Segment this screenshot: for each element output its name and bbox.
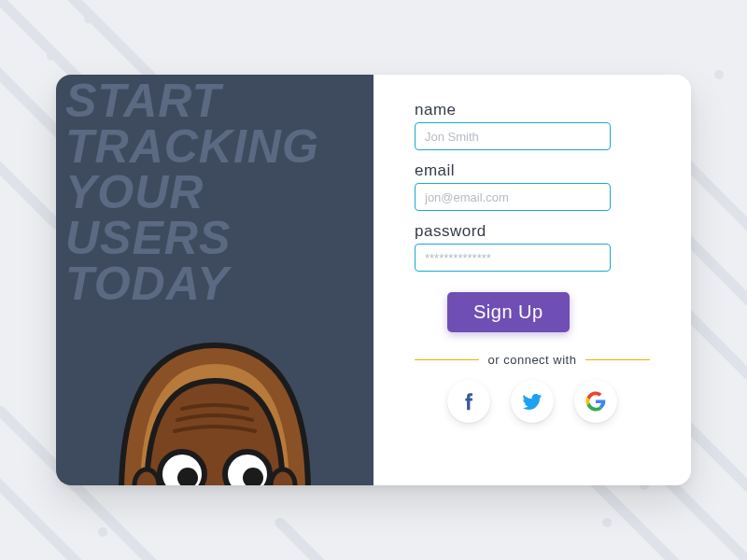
hero-panel: START TRACKING YOUR USERS TODAY [56, 75, 374, 485]
twitter-icon [521, 390, 543, 413]
password-label: password [415, 222, 650, 241]
twitter-button[interactable] [511, 380, 554, 423]
email-field-group: email [415, 161, 650, 211]
facebook-icon [458, 391, 479, 412]
social-row [415, 380, 650, 423]
svg-point-14 [84, 14, 93, 23]
signup-card: START TRACKING YOUR USERS TODAY name [56, 75, 691, 485]
google-icon [585, 391, 606, 412]
divider-line-left [415, 359, 479, 360]
svg-point-20 [98, 527, 107, 537]
svg-point-19 [602, 518, 612, 527]
submit-row: Sign Up [415, 292, 650, 332]
form-panel: name email password Sign Up or connect w… [374, 75, 691, 485]
svg-point-26 [271, 469, 295, 485]
signup-button[interactable]: Sign Up [447, 292, 570, 332]
email-input[interactable] [415, 183, 611, 211]
svg-point-13 [47, 51, 56, 61]
svg-point-25 [134, 469, 159, 485]
svg-point-17 [714, 70, 724, 79]
facebook-button[interactable] [447, 380, 490, 423]
divider-line-right [585, 359, 650, 360]
name-label: name [415, 101, 650, 119]
hero-avatar [89, 308, 341, 485]
svg-line-12 [280, 523, 430, 560]
name-input[interactable] [415, 122, 611, 150]
social-divider: or connect with [415, 353, 650, 367]
svg-line-3 [0, 112, 56, 224]
password-input[interactable] [415, 244, 611, 272]
name-field-group: name [415, 101, 650, 150]
google-button[interactable] [574, 380, 617, 423]
email-label: email [415, 161, 650, 180]
hero-headline: START TRACKING YOUR USERS TODAY [65, 78, 319, 307]
divider-text: or connect with [488, 353, 577, 367]
password-field-group: password [415, 222, 650, 272]
